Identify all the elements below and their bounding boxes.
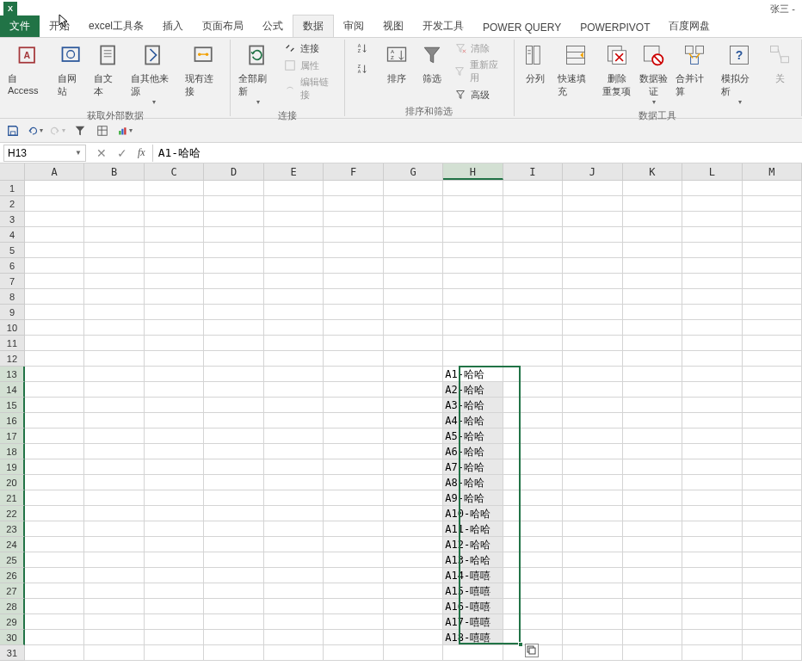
cell[interactable]	[204, 336, 263, 351]
filter-button[interactable]: 筛选	[415, 40, 450, 87]
cell[interactable]	[503, 475, 563, 490]
cell[interactable]	[623, 521, 682, 537]
cell[interactable]	[563, 413, 622, 428]
cell[interactable]	[25, 428, 84, 444]
cell[interactable]	[384, 537, 443, 552]
row-header-30[interactable]: 30	[0, 630, 25, 645]
cell[interactable]	[563, 305, 622, 320]
cell[interactable]	[443, 258, 503, 274]
cell[interactable]	[743, 537, 802, 552]
cell[interactable]	[563, 444, 622, 459]
cell[interactable]	[682, 289, 742, 305]
cell[interactable]	[204, 351, 263, 367]
cell[interactable]	[204, 428, 263, 444]
cell[interactable]	[682, 444, 742, 459]
cell[interactable]	[384, 428, 443, 444]
cell[interactable]	[264, 475, 324, 490]
cell[interactable]	[204, 552, 263, 568]
clear-filter-button[interactable]: 清除	[450, 40, 510, 57]
cell[interactable]	[623, 444, 682, 459]
cell[interactable]	[384, 444, 443, 459]
cell[interactable]	[84, 537, 144, 552]
cell[interactable]: A17-嘻嘻	[443, 614, 503, 630]
cell[interactable]	[264, 398, 324, 413]
sort-button[interactable]: AZ 排序	[379, 40, 415, 87]
cell[interactable]	[324, 413, 383, 428]
cell[interactable]	[25, 274, 84, 289]
cell[interactable]	[503, 382, 563, 398]
cell[interactable]	[623, 552, 682, 568]
cell[interactable]: A10-哈哈	[443, 506, 503, 521]
cell[interactable]	[264, 351, 324, 367]
cell[interactable]	[682, 196, 742, 212]
cell[interactable]	[145, 181, 204, 196]
cell[interactable]	[563, 521, 622, 537]
cell[interactable]: A4-哈哈	[443, 413, 503, 428]
cell[interactable]	[682, 243, 742, 258]
cell[interactable]: A12-哈哈	[443, 537, 503, 552]
cell[interactable]	[324, 196, 383, 212]
cell[interactable]	[84, 459, 144, 475]
cell[interactable]	[384, 274, 443, 289]
cell[interactable]	[503, 289, 563, 305]
tab-data[interactable]: 数据	[293, 15, 334, 37]
cell[interactable]	[145, 428, 204, 444]
cell[interactable]	[25, 599, 84, 614]
cell[interactable]	[204, 475, 263, 490]
row-header-6[interactable]: 6	[0, 258, 25, 274]
tab-view[interactable]: 视图	[373, 15, 413, 37]
cell[interactable]	[145, 398, 204, 413]
cell[interactable]	[25, 289, 84, 305]
cell[interactable]	[25, 305, 84, 320]
cell[interactable]	[25, 382, 84, 398]
row-header-10[interactable]: 10	[0, 320, 25, 336]
cell[interactable]	[563, 583, 622, 599]
cell[interactable]	[682, 382, 742, 398]
cell[interactable]	[743, 212, 802, 227]
row-header-26[interactable]: 26	[0, 568, 25, 583]
cell[interactable]	[204, 320, 263, 336]
cell[interactable]	[145, 537, 204, 552]
cell[interactable]	[264, 196, 324, 212]
cell[interactable]	[324, 212, 383, 227]
cell[interactable]	[145, 630, 204, 645]
cell[interactable]	[264, 552, 324, 568]
cell[interactable]	[145, 583, 204, 599]
cell[interactable]	[204, 181, 263, 196]
cell[interactable]	[563, 351, 622, 367]
cell[interactable]	[563, 459, 622, 475]
cell[interactable]	[443, 289, 503, 305]
cell[interactable]	[25, 444, 84, 459]
cell[interactable]	[743, 413, 802, 428]
cell[interactable]	[264, 258, 324, 274]
cell[interactable]	[324, 614, 383, 630]
cell[interactable]	[443, 645, 503, 661]
cell[interactable]	[204, 568, 263, 583]
tab-developer[interactable]: 开发工具	[413, 15, 473, 37]
cell[interactable]	[264, 568, 324, 583]
cell[interactable]	[682, 568, 742, 583]
cell[interactable]	[264, 382, 324, 398]
cell[interactable]	[25, 459, 84, 475]
cell[interactable]	[503, 320, 563, 336]
row-header-14[interactable]: 14	[0, 382, 25, 398]
tab-insert[interactable]: 插入	[153, 15, 193, 37]
row-header-15[interactable]: 15	[0, 398, 25, 413]
cell[interactable]	[324, 274, 383, 289]
cell[interactable]	[623, 320, 682, 336]
cell[interactable]	[264, 305, 324, 320]
cell[interactable]	[204, 459, 263, 475]
cell[interactable]	[743, 227, 802, 243]
cell[interactable]	[623, 630, 682, 645]
cell[interactable]	[84, 521, 144, 537]
cell[interactable]	[743, 181, 802, 196]
cell[interactable]	[145, 258, 204, 274]
cell[interactable]	[204, 614, 263, 630]
cell[interactable]	[623, 568, 682, 583]
cell[interactable]	[84, 444, 144, 459]
cell[interactable]	[503, 537, 563, 552]
cell[interactable]	[204, 243, 263, 258]
cell[interactable]	[324, 398, 383, 413]
cell[interactable]	[682, 305, 742, 320]
cell[interactable]	[682, 614, 742, 630]
